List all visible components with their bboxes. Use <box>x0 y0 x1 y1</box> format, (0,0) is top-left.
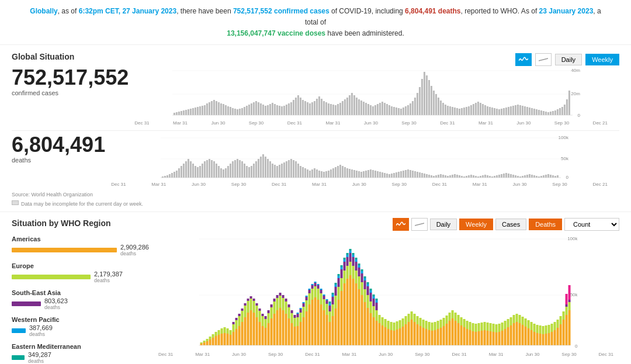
wave-icon-btn[interactable] <box>515 53 532 66</box>
svg-rect-236 <box>286 161 287 178</box>
svg-rect-94 <box>379 103 381 115</box>
svg-rect-565 <box>343 258 345 259</box>
daily-button[interactable]: Daily <box>555 54 582 65</box>
svg-rect-531 <box>343 262 345 271</box>
line-icon-btn[interactable] <box>535 53 552 66</box>
svg-rect-231 <box>274 165 276 178</box>
svg-rect-73 <box>330 104 332 115</box>
svg-rect-92 <box>375 105 376 115</box>
svg-rect-243 <box>302 167 304 178</box>
svg-rect-204 <box>211 160 213 178</box>
svg-rect-352 <box>557 175 559 178</box>
svg-rect-646 <box>387 321 389 329</box>
banner-text3: , there have been <box>176 7 233 15</box>
svg-rect-405 <box>235 318 237 320</box>
svg-rect-635 <box>547 333 550 345</box>
svg-rect-433 <box>285 301 287 314</box>
svg-rect-426 <box>264 319 266 328</box>
svg-rect-210 <box>225 168 227 178</box>
svg-rect-299 <box>433 176 435 178</box>
svg-rect-288 <box>407 169 409 178</box>
weekly-button[interactable]: Weekly <box>585 54 619 65</box>
svg-rect-315 <box>470 175 472 178</box>
svg-rect-56 <box>290 102 292 115</box>
count-select[interactable]: Count Per million <box>564 218 619 231</box>
svg-rect-21 <box>209 102 210 115</box>
svg-rect-103 <box>400 109 402 115</box>
svg-rect-78 <box>342 101 344 115</box>
svg-rect-28 <box>225 105 227 115</box>
svg-text:0: 0 <box>575 344 578 349</box>
svg-rect-35 <box>241 108 243 115</box>
svg-rect-657 <box>419 318 421 326</box>
svg-rect-133 <box>470 105 472 115</box>
svg-rect-324 <box>491 176 493 178</box>
svg-rect-192 <box>183 164 185 178</box>
svg-rect-513 <box>340 278 342 291</box>
svg-rect-411 <box>252 299 255 301</box>
svg-rect-414 <box>261 314 264 316</box>
region-line-icon[interactable] <box>411 218 428 231</box>
svg-rect-439 <box>270 304 272 307</box>
region-cases-button[interactable]: Cases <box>495 219 526 230</box>
svg-rect-320 <box>482 175 484 178</box>
svg-rect-193 <box>185 161 187 178</box>
svg-rect-100 <box>393 107 395 115</box>
svg-rect-618 <box>498 332 500 345</box>
banner-text2: , as of <box>58 7 79 15</box>
svg-rect-119 <box>438 98 439 115</box>
svg-rect-104 <box>403 108 404 115</box>
svg-rect-72 <box>328 103 330 115</box>
svg-rect-428 <box>270 307 272 318</box>
svg-rect-76 <box>337 104 339 115</box>
svg-rect-88 <box>365 103 367 115</box>
svg-rect-57 <box>293 100 294 115</box>
svg-rect-212 <box>230 164 231 178</box>
svg-rect-659 <box>425 321 427 329</box>
svg-rect-536 <box>358 268 360 276</box>
svg-rect-289 <box>410 170 411 178</box>
svg-rect-24 <box>216 101 217 115</box>
svg-rect-691 <box>518 315 521 323</box>
svg-rect-397 <box>244 306 246 317</box>
svg-rect-55 <box>288 103 290 115</box>
region-deaths-button[interactable]: Deaths <box>529 219 562 230</box>
svg-rect-589 <box>413 322 415 345</box>
svg-rect-250 <box>318 171 320 178</box>
deaths-label: deaths <box>12 157 105 164</box>
svg-rect-262 <box>346 168 348 178</box>
svg-rect-512 <box>337 287 339 300</box>
svg-rect-42 <box>258 102 259 115</box>
region-daily-button[interactable]: Daily <box>430 219 457 230</box>
svg-rect-698 <box>539 325 541 334</box>
svg-rect-97 <box>386 104 388 115</box>
svg-rect-32 <box>234 109 236 115</box>
svg-rect-253 <box>325 171 327 178</box>
svg-rect-305 <box>447 176 449 178</box>
svg-rect-396 <box>241 311 243 322</box>
svg-rect-686 <box>504 321 506 329</box>
svg-rect-161 <box>536 109 538 115</box>
svg-rect-271 <box>367 170 369 178</box>
svg-rect-427 <box>267 313 269 323</box>
svg-rect-111 <box>419 87 421 115</box>
svg-rect-325 <box>494 176 495 178</box>
region-weekly-button[interactable]: Weekly <box>459 219 493 230</box>
svg-rect-377 <box>217 330 220 335</box>
confirmed-cases-label: confirmed cases <box>12 89 129 96</box>
svg-rect-316 <box>473 175 474 178</box>
svg-rect-314 <box>468 175 470 178</box>
svg-rect-266 <box>356 171 358 178</box>
svg-rect-527 <box>331 297 334 304</box>
svg-rect-126 <box>454 108 456 115</box>
svg-rect-328 <box>501 174 502 178</box>
svg-rect-45 <box>265 106 266 115</box>
svg-rect-280 <box>389 174 390 178</box>
svg-rect-656 <box>416 316 418 324</box>
svg-rect-134 <box>473 104 474 115</box>
svg-rect-519 <box>358 276 360 289</box>
svg-rect-142 <box>491 108 493 115</box>
region-wave-icon[interactable] <box>393 218 409 231</box>
svg-rect-27 <box>223 104 224 115</box>
svg-rect-361 <box>203 342 205 345</box>
